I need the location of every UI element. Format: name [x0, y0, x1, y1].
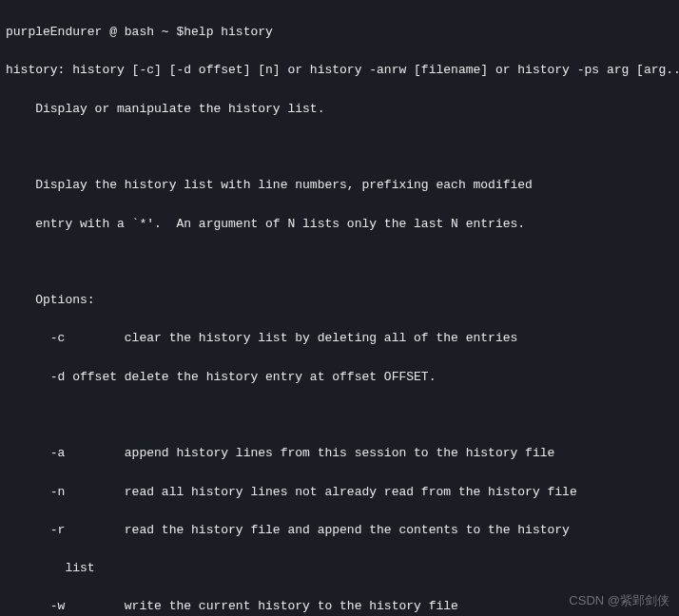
help-desc-2: entry with a `*'. An argument of N lists… — [6, 215, 673, 234]
prompt-line-1: purpleEndurer @ bash ~ $help history — [6, 23, 673, 42]
option-r-cont: list — [6, 559, 673, 578]
command-text: help history — [184, 25, 273, 39]
help-summary: Display or manipulate the history list. — [6, 100, 673, 119]
options-header: Options: — [6, 291, 673, 310]
blank-line — [6, 138, 673, 157]
watermark-text: CSDN @紫郢剑侠 — [569, 591, 669, 610]
option-d: -d offset delete the history entry at of… — [6, 368, 673, 387]
help-desc-1: Display the history list with line numbe… — [6, 176, 673, 195]
option-c: -c clear the history list by deleting al… — [6, 329, 673, 348]
blank-line — [6, 406, 673, 425]
option-n: -n read all history lines not already re… — [6, 483, 673, 502]
terminal-output[interactable]: purpleEndurer @ bash ~ $help history his… — [6, 4, 673, 616]
blank-line — [6, 253, 673, 272]
shell-prompt: purpleEndurer @ bash ~ $ — [6, 25, 184, 39]
option-r: -r read the history file and append the … — [6, 521, 673, 540]
help-usage: history: history [-c] [-d offset] [n] or… — [6, 61, 673, 80]
option-a: -a append history lines from this sessio… — [6, 444, 673, 463]
